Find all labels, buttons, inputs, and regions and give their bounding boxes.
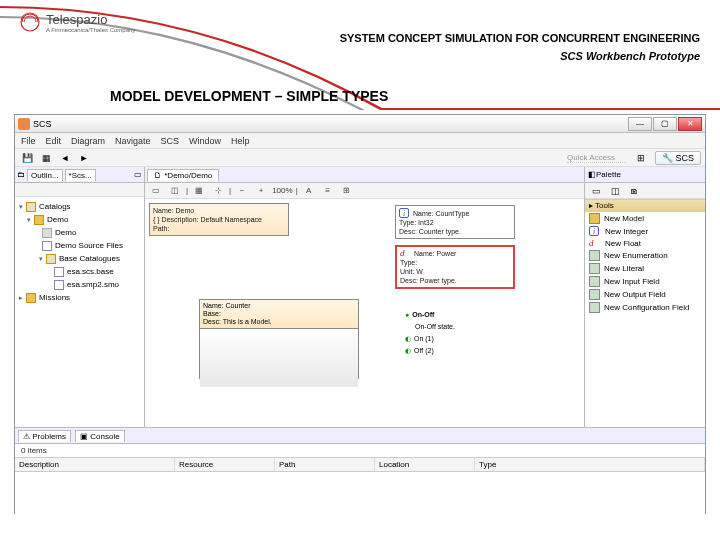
tree-item[interactable]: ▸Missions bbox=[19, 291, 140, 304]
palette-item[interactable]: New Output Field bbox=[585, 288, 705, 301]
logo-sub: A Finmeccanica/Thales Company bbox=[46, 27, 135, 33]
slide-subtitle: SCS Workbench Prototype bbox=[560, 50, 700, 62]
zoom-out-icon[interactable]: − bbox=[234, 184, 250, 198]
marquee-icon[interactable]: ◫ bbox=[167, 184, 183, 198]
minimize-button[interactable]: — bbox=[628, 117, 652, 131]
pane-min-icon[interactable]: ▭ bbox=[134, 170, 142, 179]
float-icon: d bbox=[400, 249, 410, 258]
problems-columns[interactable]: Description Resource Path Location Type bbox=[15, 457, 705, 472]
logo: Telespazio A Finmeccanica/Thales Company bbox=[18, 10, 135, 34]
power-box[interactable]: d Name: Power Type: Unit: W Desc: Power … bbox=[395, 245, 515, 289]
snap-icon[interactable]: ⊹ bbox=[210, 184, 226, 198]
tree-item[interactable]: ▾Demo bbox=[19, 213, 140, 226]
problems-body[interactable] bbox=[15, 472, 705, 515]
diagram-toolbar: ▭ ◫ | ▦ ⊹ | − + 100% | A ≡ ⊞ bbox=[145, 183, 584, 199]
pal-select-icon[interactable]: ▭ bbox=[588, 184, 604, 198]
save-icon[interactable]: 💾 bbox=[19, 151, 35, 165]
back-icon[interactable]: ◄ bbox=[57, 151, 73, 165]
maximize-button[interactable]: ▢ bbox=[653, 117, 677, 131]
tree-item[interactable]: Demo Source Files bbox=[19, 239, 140, 252]
align-icon[interactable]: ≡ bbox=[320, 184, 336, 198]
zoom-level[interactable]: 100% bbox=[272, 186, 292, 195]
tree-item[interactable]: Demo bbox=[19, 226, 140, 239]
close-button[interactable]: ✕ bbox=[678, 117, 702, 131]
menu-diagram[interactable]: Diagram bbox=[71, 136, 105, 146]
palette-item[interactable]: New Enumeration bbox=[585, 249, 705, 262]
diagram-canvas[interactable]: Name: Demo { } Description: Default Name… bbox=[145, 199, 584, 427]
outline-toolbar bbox=[15, 183, 144, 197]
palette-item[interactable]: New Configuration Field bbox=[585, 301, 705, 314]
onoff-enum[interactable]: ● On-Off On-Off state. ◐ On (1) ◐ Off (2… bbox=[405, 309, 515, 357]
open-persp-icon[interactable]: ⊞ bbox=[633, 151, 649, 165]
tree-item[interactable]: esa.scs.base bbox=[19, 265, 140, 278]
palette-pane: ◧ Palette ▭ ◫ 🗈 ▸ Tools New ModeliNew In… bbox=[585, 167, 705, 427]
outline-tab[interactable]: Outlin... bbox=[27, 169, 63, 181]
menu-window[interactable]: Window bbox=[189, 136, 221, 146]
console-tab[interactable]: ▣ Console bbox=[75, 430, 125, 442]
pal-marquee-icon[interactable]: ◫ bbox=[607, 184, 623, 198]
editor-pane: 🗋 *Demo/Demo ▭ ◫ | ▦ ⊹ | − + 100% | A ≡ … bbox=[145, 167, 585, 427]
menubar: File Edit Diagram Navigate SCS Window He… bbox=[15, 133, 705, 149]
col-resource[interactable]: Resource bbox=[175, 458, 275, 471]
col-location[interactable]: Location bbox=[375, 458, 475, 471]
window-title: SCS bbox=[33, 119, 52, 129]
palette-item[interactable]: iNew Integer bbox=[585, 225, 705, 237]
fwd-icon[interactable]: ► bbox=[76, 151, 92, 165]
scs-tab[interactable]: *Scs... bbox=[65, 169, 96, 181]
palette-item[interactable]: New Model bbox=[585, 212, 705, 225]
col-path[interactable]: Path bbox=[275, 458, 375, 471]
namespace-box[interactable]: Name: Demo { } Description: Default Name… bbox=[149, 203, 289, 236]
select-icon[interactable]: ▭ bbox=[148, 184, 164, 198]
app-window: SCS — ▢ ✕ File Edit Diagram Navigate SCS… bbox=[14, 114, 706, 514]
app-icon bbox=[18, 118, 30, 130]
tree-item[interactable]: esa.smp2.smo bbox=[19, 278, 140, 291]
font-icon[interactable]: A bbox=[301, 184, 317, 198]
tree-item[interactable]: ▾Catalogs bbox=[19, 200, 140, 213]
problems-pane: ⚠ Problems ▣ Console 0 items Description… bbox=[15, 427, 705, 515]
outline-pane: 🗀 Outlin... *Scs... ▭ ▾Catalogs▾DemoDemo… bbox=[15, 167, 145, 427]
palette-item[interactable]: New Input Field bbox=[585, 275, 705, 288]
editor-tab[interactable]: 🗋 *Demo/Demo bbox=[147, 169, 219, 181]
palette-item[interactable]: dNew Float bbox=[585, 237, 705, 249]
pal-note-icon[interactable]: 🗈 bbox=[626, 184, 642, 198]
menu-navigate[interactable]: Navigate bbox=[115, 136, 151, 146]
main-toolbar: 💾 ▦ ◄ ► Quick Access ⊞ 🔧 SCS bbox=[15, 149, 705, 167]
counttype-box[interactable]: i Name: CountType Type: Int32 Desc: Coun… bbox=[395, 205, 515, 239]
logo-name: Telespazio bbox=[46, 12, 135, 27]
zoom-in-icon[interactable]: + bbox=[253, 184, 269, 198]
tree-item[interactable]: ▾Base Catalogues bbox=[19, 252, 140, 265]
slide-title: SYSTEM CONCEPT SIMULATION FOR CONCURRENT… bbox=[340, 32, 700, 44]
info-icon: i bbox=[399, 208, 409, 218]
grid-icon[interactable]: ▦ bbox=[191, 184, 207, 198]
palette-section-tools[interactable]: ▸ Tools bbox=[585, 199, 705, 212]
titlebar[interactable]: SCS — ▢ ✕ bbox=[15, 115, 705, 133]
menu-scs[interactable]: SCS bbox=[161, 136, 180, 146]
palette-icon: ◧ bbox=[588, 170, 596, 179]
counter-model-box[interactable]: Name: Counter Base: Desc: This is a Mode… bbox=[199, 299, 359, 379]
arrange-icon[interactable]: ⊞ bbox=[339, 184, 355, 198]
menu-file[interactable]: File bbox=[21, 136, 36, 146]
menu-edit[interactable]: Edit bbox=[46, 136, 62, 146]
menu-help[interactable]: Help bbox=[231, 136, 250, 146]
quick-access[interactable]: Quick Access bbox=[567, 153, 627, 163]
pane-icon: 🗀 bbox=[17, 170, 25, 179]
section-title: MODEL DEVELOPMENT – SIMPLE TYPES bbox=[110, 88, 388, 104]
palette-title: Palette bbox=[596, 170, 621, 179]
tool-icon[interactable]: ▦ bbox=[38, 151, 54, 165]
outline-tree[interactable]: ▾Catalogs▾DemoDemoDemo Source Files▾Base… bbox=[15, 197, 144, 427]
problems-tab[interactable]: ⚠ Problems bbox=[18, 430, 71, 442]
perspective-button[interactable]: 🔧 SCS bbox=[655, 151, 701, 165]
palette-item[interactable]: New Literal bbox=[585, 262, 705, 275]
col-description[interactable]: Description bbox=[15, 458, 175, 471]
problems-count: 0 items bbox=[15, 444, 705, 457]
col-type[interactable]: Type bbox=[475, 458, 705, 471]
